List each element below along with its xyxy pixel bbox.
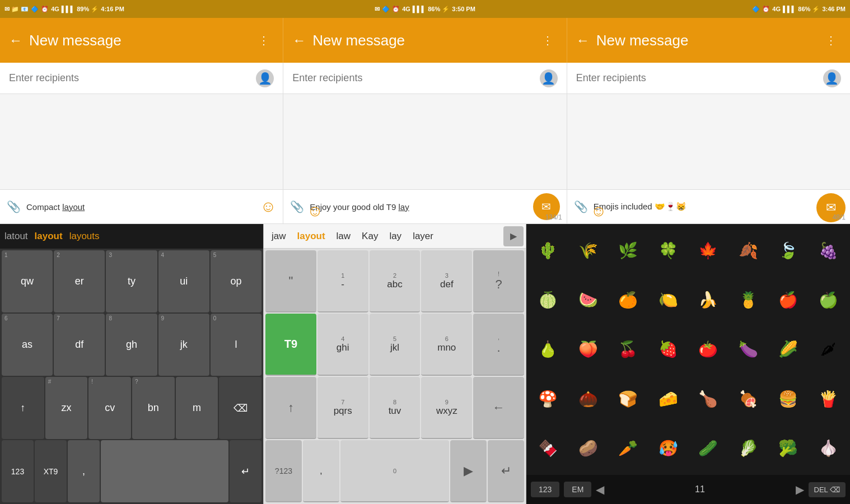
- emoji-leaves[interactable]: 🍃: [769, 226, 808, 274]
- emoji-cucumber[interactable]: 🥒: [689, 424, 728, 473]
- recipient-input-2[interactable]: [292, 72, 539, 84]
- t9-word-law[interactable]: law: [331, 228, 357, 244]
- t9-key-2[interactable]: 2abc: [370, 250, 421, 312]
- t9-backspace[interactable]: ←: [473, 377, 524, 439]
- back-button-1[interactable]: ←: [9, 32, 22, 48]
- t9-word-jaw[interactable]: jaw: [266, 228, 292, 244]
- emoji-leafy-green[interactable]: 🥬: [729, 424, 768, 473]
- t9-spacebar[interactable]: 0: [340, 440, 450, 502]
- emoji-clover[interactable]: 🍀: [649, 226, 688, 274]
- t9-key-5[interactable]: 5jkl: [370, 314, 421, 376]
- t9-key-excl[interactable]: !?: [473, 250, 524, 312]
- emoji-apple-red[interactable]: 🍎: [769, 276, 808, 324]
- emoji-chicken[interactable]: 🍗: [689, 375, 728, 423]
- backspace-key[interactable]: ⌫: [219, 377, 261, 439]
- contact-icon-2[interactable]: 👤: [540, 69, 558, 87]
- shift-key[interactable]: ↑: [2, 377, 44, 439]
- key-123[interactable]: 123: [2, 440, 34, 502]
- emoji-mushroom[interactable]: 🍄: [529, 375, 568, 423]
- t9-next[interactable]: ▶: [450, 440, 487, 502]
- t9-word-layer[interactable]: layer: [407, 228, 439, 244]
- emoji-lemon[interactable]: 🍋: [649, 276, 688, 324]
- emoji-cherries[interactable]: 🍒: [609, 325, 648, 374]
- emoji-button-2[interactable]: ☺: [307, 202, 323, 220]
- emoji-pineapple[interactable]: 🍍: [729, 276, 768, 324]
- t9-key-3[interactable]: 3def: [421, 250, 472, 312]
- key-qw[interactable]: 1qw: [2, 250, 53, 312]
- more-menu-1[interactable]: ⋮: [254, 29, 274, 52]
- t9-key-7[interactable]: 7pqrs: [317, 377, 368, 439]
- contact-icon-3[interactable]: 👤: [823, 69, 841, 87]
- t9-key-9[interactable]: 9wxyz: [421, 377, 472, 439]
- message-panel-2[interactable]: [283, 94, 567, 189]
- attachment-icon-3[interactable]: 📎: [574, 200, 588, 213]
- key-bn[interactable]: ?bn: [132, 377, 175, 439]
- emoji-prev-icon[interactable]: ◀: [596, 483, 604, 496]
- recipient-input-1[interactable]: [9, 72, 256, 84]
- enter-key[interactable]: ↵: [230, 440, 261, 502]
- t9-key-quote[interactable]: ": [265, 250, 316, 312]
- t9-key-4[interactable]: 4ghi: [317, 314, 368, 376]
- emoji-em-key[interactable]: EM: [564, 482, 591, 497]
- emoji-del-key[interactable]: DEL ⌫: [809, 482, 846, 497]
- contact-icon-1[interactable]: 👤: [256, 69, 274, 87]
- key-as[interactable]: 6as: [2, 314, 53, 376]
- emoji-eggplant[interactable]: 🍆: [729, 325, 768, 374]
- key-op[interactable]: 5op: [211, 250, 261, 312]
- key-comma[interactable]: ,: [68, 440, 100, 502]
- back-button-2[interactable]: ←: [292, 32, 306, 48]
- t9-key-sym[interactable]: ?123: [265, 440, 302, 502]
- emoji-pepper[interactable]: 🌶: [809, 325, 848, 374]
- t9-key-1[interactable]: 1-: [317, 250, 368, 312]
- emoji-pear[interactable]: 🍐: [529, 325, 568, 374]
- emoji-banana[interactable]: 🍌: [689, 276, 728, 324]
- emoji-meat[interactable]: 🍖: [729, 375, 768, 423]
- emoji-cactus[interactable]: 🌵: [529, 226, 568, 274]
- key-er[interactable]: 2er: [54, 250, 105, 312]
- emoji-chestnut[interactable]: 🌰: [569, 375, 608, 423]
- emoji-wheat[interactable]: 🌾: [569, 226, 608, 274]
- emoji-fries[interactable]: 🍟: [809, 375, 848, 423]
- t9-shift[interactable]: ↑: [265, 377, 316, 439]
- emoji-burger[interactable]: 🍔: [769, 375, 808, 423]
- key-zx[interactable]: #zx: [45, 377, 88, 439]
- key-xt9[interactable]: XT9: [35, 440, 67, 502]
- key-l[interactable]: 0l: [211, 314, 261, 376]
- key-df[interactable]: 7df: [54, 314, 105, 376]
- key-m[interactable]: m: [176, 377, 218, 439]
- spacebar[interactable]: [101, 440, 228, 502]
- emoji-chocolate[interactable]: 🍫: [529, 424, 568, 473]
- emoji-tomato[interactable]: 🍅: [689, 325, 728, 374]
- more-menu-2[interactable]: ⋮: [538, 29, 558, 52]
- t9-key-6[interactable]: 6mno: [421, 314, 472, 376]
- emoji-grapes[interactable]: 🍇: [809, 226, 848, 274]
- emoji-melon[interactable]: 🍈: [529, 276, 568, 324]
- emoji-apple-green[interactable]: 🍏: [809, 276, 848, 324]
- t9-word-layout[interactable]: layout: [292, 228, 331, 244]
- back-button-3[interactable]: ←: [576, 32, 590, 48]
- t9-expand-arrow[interactable]: ▶: [503, 226, 524, 246]
- emoji-maple[interactable]: 🍁: [689, 226, 728, 274]
- emoji-watermelon[interactable]: 🍉: [569, 276, 608, 324]
- emoji-123-key[interactable]: 123: [531, 482, 559, 497]
- recipient-input-3[interactable]: [576, 72, 823, 84]
- emoji-tangerine[interactable]: 🍊: [609, 276, 648, 324]
- emoji-herb[interactable]: 🌿: [609, 226, 648, 274]
- message-panel-3[interactable]: [567, 94, 850, 189]
- emoji-bread[interactable]: 🍞: [609, 375, 648, 423]
- emoji-hot-pepper[interactable]: 🥵: [649, 424, 688, 473]
- suggestion-2[interactable]: layout: [35, 231, 63, 242]
- key-cv[interactable]: !cv: [88, 377, 131, 439]
- emoji-broccoli[interactable]: 🥦: [769, 424, 808, 473]
- emoji-button-3[interactable]: ☺: [591, 202, 607, 220]
- t9-enter[interactable]: ↵: [488, 440, 524, 502]
- t9-word-lay[interactable]: lay: [384, 228, 407, 244]
- more-menu-3[interactable]: ⋮: [821, 29, 841, 52]
- suggestion-1[interactable]: latout: [4, 231, 28, 242]
- attachment-icon-1[interactable]: 📎: [7, 200, 21, 213]
- key-ty[interactable]: 3ty: [106, 250, 157, 312]
- emoji-potato[interactable]: 🥔: [569, 424, 608, 473]
- key-jk[interactable]: 9jk: [158, 314, 209, 376]
- emoji-fallen-leaf[interactable]: 🍂: [729, 226, 768, 274]
- t9-toggle-key[interactable]: T9: [265, 314, 316, 376]
